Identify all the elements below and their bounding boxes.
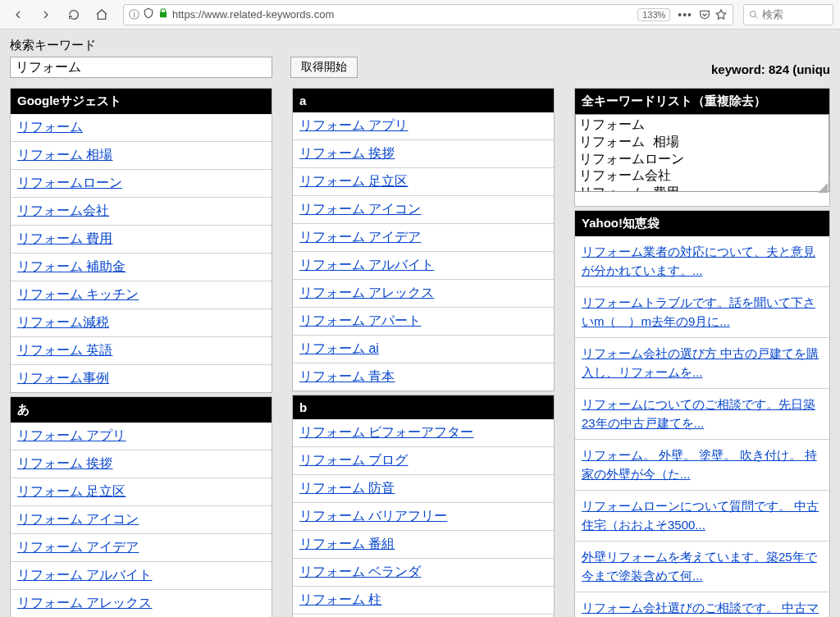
list-item: リフォーム ビフォーアフター xyxy=(293,419,554,447)
keyword-link[interactable]: リフォーム 足立区 xyxy=(17,484,126,498)
pocket-icon[interactable] xyxy=(698,8,711,21)
reload-button[interactable] xyxy=(62,4,85,25)
keyword-link[interactable]: リフォーム会社 xyxy=(17,203,109,217)
list-item: リフォーム会社の選び方 中古の戸建てを購入し、リフォームを... xyxy=(575,338,829,389)
keyword-link[interactable]: リフォーム 補助金 xyxy=(17,259,126,273)
b-header: b xyxy=(293,395,554,419)
keyword-link[interactable]: リフォーム 番組 xyxy=(299,537,395,551)
a-hiragana-header: あ xyxy=(11,397,272,423)
start-button[interactable]: 取得開始 xyxy=(290,57,358,78)
keyword-link[interactable]: リフォーム アレックス xyxy=(299,286,434,299)
keyword-link[interactable]: リフォーム 挨拶 xyxy=(17,456,112,470)
keyword-link[interactable]: リフォーム業者の対応について、夫と意見が分かれています。... xyxy=(582,245,815,277)
list-item: リフォーム アレックス xyxy=(11,590,272,617)
list-item: リフォーム 英語 xyxy=(11,337,272,365)
keyword-link[interactable]: リフォームローン xyxy=(17,176,122,190)
back-button[interactable] xyxy=(7,4,30,25)
keyword-link[interactable]: リフォームローンについて質問です。 中古住宅（おおよそ3500... xyxy=(582,499,819,532)
keyword-link[interactable]: リフォーム。 外壁。 塗壁。 吹き付け。 持家の外壁が今（た... xyxy=(582,448,817,481)
google-suggest-list: リフォームリフォーム 相場リフォームローンリフォーム会社リフォーム 費用リフォー… xyxy=(11,114,272,392)
list-item: リフォーム アプリ xyxy=(293,112,554,140)
keyword-link[interactable]: リフォーム アプリ xyxy=(17,428,126,442)
list-item: リフォーム アプリ xyxy=(11,423,272,450)
all-keywords-textarea[interactable] xyxy=(575,114,829,192)
keyword-link[interactable]: リフォーム 防音 xyxy=(299,481,395,495)
keyword-link[interactable]: リフォーム アイデア xyxy=(299,230,421,244)
a-panel: a リフォーム アプリリフォーム 挨拶リフォーム 足立区リフォーム アイコンリフ… xyxy=(292,88,555,391)
keyword-link[interactable]: リフォーム アレックス xyxy=(17,596,152,610)
keyword-link[interactable]: リフォーム会社選びのご相談です。 中古マンションを購入し、... xyxy=(582,601,819,617)
list-item: リフォーム 挨拶 xyxy=(11,450,272,478)
columns: Googleサジェスト リフォームリフォーム 相場リフォームローンリフォーム会社… xyxy=(10,88,830,617)
forward-button[interactable] xyxy=(34,4,57,25)
list-item: リフォームローンについて質問です。 中古住宅（おおよそ3500... xyxy=(575,491,829,542)
list-item: 外壁リフォームを考えています。築25年で今まで塗装含めて何... xyxy=(575,542,829,592)
list-item: リフォーム会社選びのご相談です。 中古マンションを購入し、... xyxy=(575,592,829,617)
keyword-link[interactable]: リフォーム 相場 xyxy=(17,148,112,162)
lock-icon xyxy=(158,7,169,21)
list-item: リフォーム 防音 xyxy=(293,475,554,503)
browser-search-input[interactable] xyxy=(762,8,828,21)
list-item: リフォーム バリアフリー xyxy=(293,503,554,531)
keyword-link[interactable]: リフォーム ai xyxy=(299,341,379,355)
shield-icon[interactable] xyxy=(143,7,154,21)
keyword-link[interactable]: リフォーム ブログ xyxy=(299,453,408,467)
a-hiragana-panel: あ リフォーム アプリリフォーム 挨拶リフォーム 足立区リフォーム アイコンリフ… xyxy=(10,396,272,617)
page-actions-icon[interactable]: ••• xyxy=(675,8,695,21)
b-panel: b リフォーム ビフォーアフターリフォーム ブログリフォーム 防音リフォーム バ… xyxy=(292,395,555,617)
svg-point-0 xyxy=(750,11,756,16)
list-item: リフォーム業者の対応について、夫と意見が分かれています。... xyxy=(575,236,829,287)
keyword-input[interactable] xyxy=(10,57,272,78)
keyword-link[interactable]: リフォーム アプリ xyxy=(299,118,408,132)
keyword-link[interactable]: リフォーム事例 xyxy=(17,371,109,385)
keyword-link[interactable]: リフォーム 英語 xyxy=(17,343,112,357)
all-keywords-panel: 全キーワードリスト（重複除去） xyxy=(574,88,830,207)
column-right: 全キーワードリスト（重複除去） Yahoo!知恵袋 リフォーム業者の対応について… xyxy=(574,88,830,617)
browser-search-box[interactable] xyxy=(743,4,833,25)
keyword-link[interactable]: リフォーム 柱 xyxy=(299,592,381,606)
keyword-link[interactable]: リフォーム xyxy=(17,120,83,134)
list-item: リフォーム アイデア xyxy=(11,534,272,562)
keyword-link[interactable]: リフォーム アイコン xyxy=(299,202,421,216)
bookmark-star-icon[interactable] xyxy=(714,8,728,21)
keyword-link[interactable]: リフォーム アパート xyxy=(299,313,421,327)
keyword-link[interactable]: リフォーム会社の選び方 中古の戸建てを購入し、リフォームを... xyxy=(582,346,819,379)
column-left: Googleサジェスト リフォームリフォーム 相場リフォームローンリフォーム会社… xyxy=(10,88,272,617)
list-item: リフォーム減税 xyxy=(11,309,272,337)
list-item: リフォーム 費用 xyxy=(11,226,272,254)
keyword-link[interactable]: リフォーム アルバイト xyxy=(299,258,434,272)
keyword-link[interactable]: リフォーム ビフォーアフター xyxy=(299,425,473,439)
list-item: リフォーム 柱 xyxy=(293,587,554,615)
keyword-link[interactable]: リフォーム減税 xyxy=(17,315,109,329)
keyword-link[interactable]: リフォームについてのご相談です。先日築23年の中古戸建てを... xyxy=(582,397,815,430)
keyword-link[interactable]: リフォーム ベランダ xyxy=(299,564,421,578)
zoom-badge[interactable]: 133% xyxy=(637,8,670,21)
site-info-icon[interactable]: ⓘ xyxy=(129,7,139,22)
keyword-link[interactable]: リフォーム 費用 xyxy=(17,231,112,245)
keyword-link[interactable]: リフォーム バリアフリー xyxy=(299,509,447,523)
keyword-link[interactable]: 外壁リフォームを考えています。築25年で今まで塗装含めて何... xyxy=(582,550,817,583)
keyword-link[interactable]: リフォーム アイコン xyxy=(17,512,139,526)
all-keywords-header: 全キーワードリスト（重複除去） xyxy=(575,89,829,114)
list-item: リフォーム ベランダ xyxy=(293,559,554,587)
b-list: リフォーム ビフォーアフターリフォーム ブログリフォーム 防音リフォーム バリア… xyxy=(293,419,554,617)
url-text: https://www.related-keywords.com xyxy=(172,8,634,21)
keyword-link[interactable]: リフォーム 挨拶 xyxy=(299,146,395,160)
list-item: リフォーム アルバイト xyxy=(11,562,272,590)
keyword-link[interactable]: リフォーム キッチン xyxy=(17,287,139,301)
list-item: リフォーム 足立区 xyxy=(293,168,554,196)
list-item: リフォーム xyxy=(11,114,272,142)
list-item: リフォーム 足立区 xyxy=(11,478,272,506)
keyword-link[interactable]: リフォーム 青本 xyxy=(299,369,395,383)
yahoo-chiebukuro-header: Yahoo!知恵袋 xyxy=(575,211,829,236)
keyword-link[interactable]: リフォーム 足立区 xyxy=(299,174,408,188)
list-item: リフォーム ai xyxy=(293,336,554,363)
list-item: リフォーム 補助金 xyxy=(11,254,272,281)
address-bar[interactable]: ⓘ https://www.related-keywords.com 133% … xyxy=(123,4,733,25)
home-button[interactable] xyxy=(90,4,113,25)
keyword-link[interactable]: リフォーム アルバイト xyxy=(17,568,152,582)
a-header: a xyxy=(293,89,554,112)
list-item: リフォーム アパート xyxy=(293,308,554,336)
keyword-link[interactable]: リフォーム アイデア xyxy=(17,540,139,554)
keyword-link[interactable]: リフォームトラブルです。話を聞いて下さいm（ ）m去年の9月に... xyxy=(582,295,815,328)
